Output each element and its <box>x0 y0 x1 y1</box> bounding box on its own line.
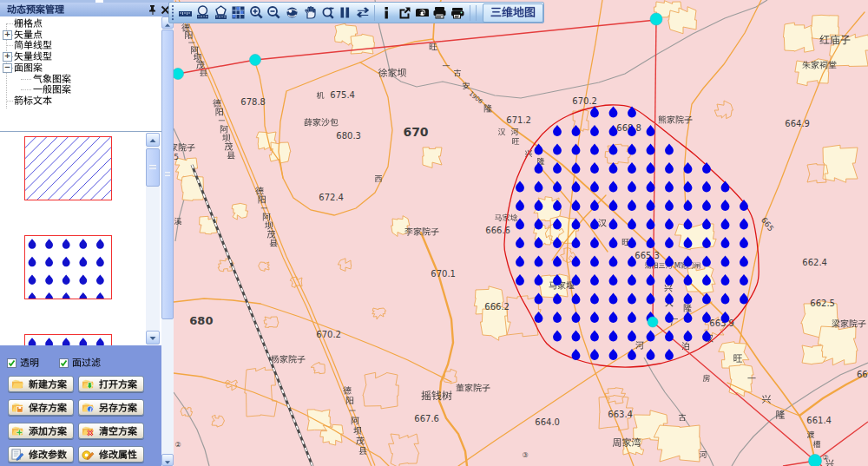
route-handle[interactable] <box>250 55 261 66</box>
checkbox-label <box>19 357 40 369</box>
swap-icon[interactable] <box>354 3 372 22</box>
svg-text:②: ② <box>175 441 181 449</box>
zoom-out-icon[interactable] <box>265 3 282 22</box>
button-label <box>28 378 68 391</box>
tree-connector <box>6 45 13 46</box>
svg-text:671.2: 671.2 <box>506 115 531 125</box>
pause-icon[interactable] <box>336 3 353 22</box>
tree-item-简单线型[interactable] <box>13 40 53 50</box>
svg-text:662.5: 662.5 <box>810 299 835 308</box>
map-viewport[interactable]: 1906664.9670.2671.2668.8678.8675.4680.36… <box>174 0 868 466</box>
svg-text:667.6: 667.6 <box>414 414 439 423</box>
tree-item-label <box>13 95 53 107</box>
sidebar-scroll-down-button[interactable] <box>161 454 174 466</box>
svg-text:680.3: 680.3 <box>336 131 361 141</box>
svg-text:672.4: 672.4 <box>319 193 344 202</box>
zoom-in-icon[interactable] <box>247 3 265 22</box>
globe-icon[interactable] <box>283 3 300 22</box>
tree-item-栅格点[interactable] <box>13 18 43 29</box>
button-清空方案[interactable] <box>78 423 144 439</box>
export-icon[interactable] <box>396 3 413 22</box>
print-icon[interactable] <box>431 3 449 22</box>
scrollbar-thumb[interactable] <box>146 148 160 187</box>
svg-text:678.8: 678.8 <box>240 97 266 107</box>
folder-new-icon <box>11 378 24 390</box>
scroll-down-button[interactable] <box>146 331 160 345</box>
svg-text:666.6: 666.6 <box>485 226 510 235</box>
map-3d-button[interactable] <box>483 3 543 23</box>
pattern-preview-panel <box>0 132 161 345</box>
pattern-swatch-hatch-0[interactable] <box>24 136 112 200</box>
button-新建方案[interactable] <box>8 376 74 392</box>
print-preview-icon[interactable] <box>449 3 466 22</box>
scroll-up-button[interactable] <box>146 133 160 147</box>
tree-item-矢量线型[interactable] <box>13 51 53 62</box>
pan-hand-icon[interactable] <box>300 3 318 22</box>
panel-titlebar <box>0 3 174 16</box>
button-label <box>28 449 68 461</box>
tree-item-箭标文本[interactable] <box>13 95 53 106</box>
tree-item-面图案[interactable] <box>13 62 43 73</box>
svg-text:666.2: 666.2 <box>484 302 510 312</box>
svg-text:670: 670 <box>403 125 428 139</box>
layer-tree: ++− <box>0 16 161 132</box>
checkbox-label <box>71 357 102 369</box>
plan-manager-panel: ++− i <box>0 0 174 466</box>
collapse-icon[interactable]: − <box>3 63 12 73</box>
svg-text:675.4: 675.4 <box>330 90 355 100</box>
button-另存方案[interactable]: i <box>78 399 144 416</box>
map-background <box>174 0 868 466</box>
svg-text:5: 5 <box>174 153 179 161</box>
button-添加方案[interactable] <box>8 423 74 439</box>
edit-props-icon <box>82 449 95 460</box>
snapshot-icon[interactable] <box>413 3 431 22</box>
toolbar-separator <box>470 5 470 21</box>
tree-item-气象图案[interactable] <box>32 74 72 84</box>
svg-text:663.4: 663.4 <box>608 410 633 419</box>
button-修改属性[interactable] <box>78 446 144 463</box>
map-3d-button-label <box>490 5 536 20</box>
expand-icon[interactable]: + <box>3 30 12 40</box>
route-handle[interactable] <box>174 69 184 80</box>
button-修改参数[interactable] <box>8 446 74 463</box>
svg-text:664.0: 664.0 <box>535 417 560 427</box>
measure-area-icon[interactable] <box>194 3 211 22</box>
info-icon[interactable] <box>378 3 395 22</box>
plan-controls-panel: i <box>0 345 161 466</box>
tree-item-矢量点[interactable] <box>13 30 43 40</box>
measure-polygon-icon[interactable] <box>212 3 229 22</box>
checkbox-透明[interactable] <box>7 358 16 368</box>
map-toolbar <box>168 2 544 23</box>
folder-saveas-icon: i <box>82 402 95 413</box>
button-label <box>98 449 138 461</box>
expand-icon[interactable]: + <box>3 52 12 62</box>
route-handle[interactable] <box>809 455 822 466</box>
sidebar-scrollbar[interactable] <box>161 16 174 466</box>
map-canvas[interactable]: 1906664.9670.2671.2668.8678.8675.4680.36… <box>174 0 868 466</box>
sidebar-scrollbar-thumb[interactable] <box>161 30 174 319</box>
measure-distance-icon[interactable] <box>176 3 194 22</box>
button-label <box>98 378 138 391</box>
checkbox-面过滤[interactable] <box>59 358 69 368</box>
folder-add-icon <box>11 425 24 436</box>
pattern-list-scrollbar[interactable] <box>146 133 160 345</box>
svg-text:661.4: 661.4 <box>806 416 832 425</box>
button-打开方案[interactable] <box>78 376 144 392</box>
tree-connector <box>6 23 13 24</box>
zoom-previous-icon[interactable] <box>319 3 336 22</box>
tree-item-一般图案[interactable] <box>32 84 72 95</box>
grid-icon[interactable] <box>229 3 247 22</box>
button-label <box>98 425 138 437</box>
edit-params-icon <box>11 449 24 460</box>
pin-icon[interactable] <box>147 4 158 16</box>
route-handle[interactable] <box>648 317 658 327</box>
pattern-swatch-drops-2[interactable] <box>24 334 112 345</box>
svg-text:'M': 'M' <box>673 262 682 270</box>
svg-text:670.2: 670.2 <box>572 96 597 106</box>
pattern-swatch-drops-1[interactable] <box>24 235 112 299</box>
route-handle[interactable] <box>650 13 662 25</box>
folder-open-icon <box>82 378 95 390</box>
button-保存方案[interactable] <box>8 399 74 416</box>
toolbar-grip[interactable] <box>169 3 176 22</box>
folder-clear-icon <box>82 425 95 436</box>
